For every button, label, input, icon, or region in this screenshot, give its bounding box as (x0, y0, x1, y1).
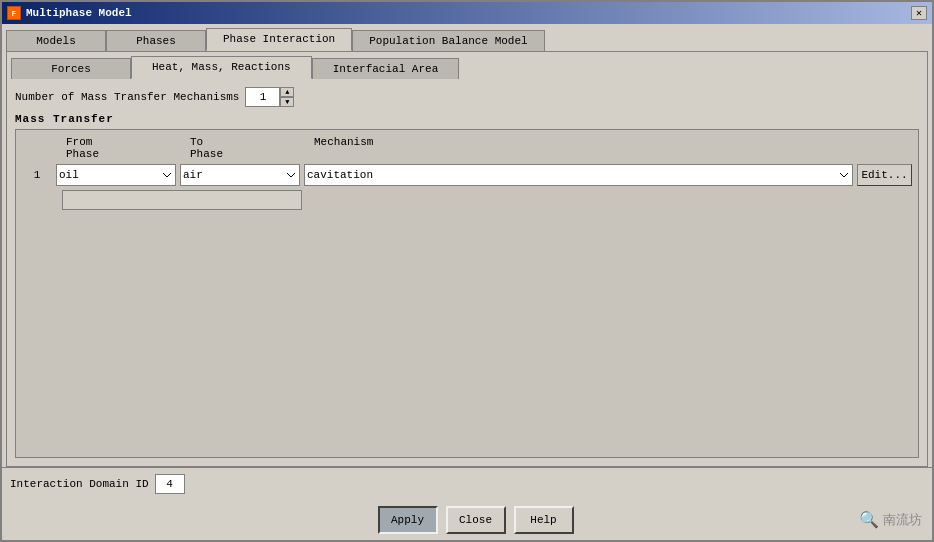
watermark-icon: 🔍 (859, 510, 879, 530)
tab-models[interactable]: Models (6, 30, 106, 51)
spinner-container: ▲ ▼ (245, 87, 294, 107)
watermark-text: 南流坊 (883, 511, 922, 529)
apply-button[interactable]: Apply (378, 506, 438, 534)
mass-transfer-title: Mass Transfer (15, 113, 919, 125)
main-window: F Multiphase Model ✕ Models Phases Phase… (0, 0, 934, 542)
mass-transfer-section: Mass Transfer From Phase To Phase Mechan… (15, 113, 919, 458)
sub-input-row (22, 190, 912, 210)
close-icon[interactable]: ✕ (911, 6, 927, 20)
domain-id-input[interactable] (155, 474, 185, 494)
title-bar-left: F Multiphase Model (7, 6, 132, 20)
mechanism-select[interactable]: cavitation evaporation condensation (304, 164, 853, 186)
sub-input-field (62, 190, 302, 210)
tab-phases[interactable]: Phases (106, 30, 206, 51)
table-header: From Phase To Phase Mechanism (22, 136, 912, 160)
col-header-mechanism: Mechanism (310, 136, 912, 160)
tab-interfacial-area[interactable]: Interfacial Area (312, 58, 460, 79)
col-header-to-phase: To Phase (186, 136, 306, 160)
main-tabs: Models Phases Phase Interaction Populati… (2, 24, 932, 51)
sub-tabs: Forces Heat, Mass, Reactions Interfacial… (7, 52, 927, 79)
num-mechanisms-row: Number of Mass Transfer Mechanisms ▲ ▼ (15, 87, 919, 107)
mechanism-wrapper: cavitation evaporation condensation (304, 164, 853, 186)
to-phase-wrapper: air oil water (180, 164, 300, 186)
tab-heat-mass-reactions[interactable]: Heat, Mass, Reactions (131, 56, 312, 79)
from-phase-select[interactable]: oil air water (56, 164, 176, 186)
footer-buttons: Apply Close Help (92, 506, 859, 534)
num-mechanisms-input[interactable] (245, 87, 280, 107)
watermark: 🔍 南流坊 (859, 510, 922, 530)
panel-content: Number of Mass Transfer Mechanisms ▲ ▼ M… (7, 79, 927, 466)
interaction-domain: Interaction Domain ID (10, 474, 185, 494)
help-button[interactable]: Help (514, 506, 574, 534)
to-phase-select[interactable]: air oil water (180, 164, 300, 186)
tab-population-balance[interactable]: Population Balance Model (352, 30, 544, 51)
table-row: 1 oil air water air oil (22, 164, 912, 186)
bottom-bar: Interaction Domain ID (2, 467, 932, 500)
row-number: 1 (22, 169, 52, 181)
spinner-up[interactable]: ▲ (280, 87, 294, 97)
tab-phase-interaction[interactable]: Phase Interaction (206, 28, 352, 51)
from-phase-wrapper: oil air water (56, 164, 176, 186)
footer: Apply Close Help 🔍 南流坊 (2, 500, 932, 540)
spinner-buttons: ▲ ▼ (280, 87, 294, 107)
tab-forces[interactable]: Forces (11, 58, 131, 79)
close-button[interactable]: Close (446, 506, 506, 534)
domain-label: Interaction Domain ID (10, 478, 149, 490)
edit-button[interactable]: Edit... (857, 164, 912, 186)
col-header-from-phase: From Phase (62, 136, 182, 160)
title-bar: F Multiphase Model ✕ (2, 2, 932, 24)
spinner-down[interactable]: ▼ (280, 97, 294, 107)
content-area: Forces Heat, Mass, Reactions Interfacial… (6, 51, 928, 467)
window-title: Multiphase Model (26, 7, 132, 19)
num-mechanisms-label: Number of Mass Transfer Mechanisms (15, 91, 239, 103)
window-icon: F (7, 6, 21, 20)
mass-transfer-table: From Phase To Phase Mechanism 1 (15, 129, 919, 458)
